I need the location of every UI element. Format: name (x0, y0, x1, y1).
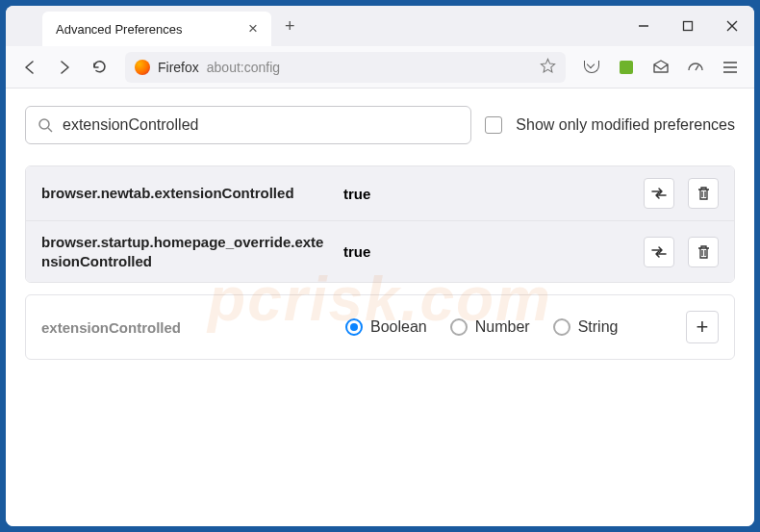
titlebar: Advanced Preferences × + (6, 6, 754, 46)
search-row: Show only modified preferences (25, 106, 735, 144)
results-list: browser.newtab.extensionControlled true … (25, 165, 735, 283)
back-button[interactable] (13, 52, 46, 83)
svg-point-8 (39, 119, 49, 129)
url-path: about:config (207, 60, 280, 75)
add-pref-row: extensionControlled Boolean Number Strin… (25, 294, 735, 360)
delete-button[interactable] (688, 237, 719, 267)
pref-name: browser.startup.homepage_override.extens… (41, 233, 330, 270)
browser-window: Advanced Preferences × + Firefox about:c… (6, 6, 754, 526)
address-bar[interactable]: Firefox about:config (125, 52, 566, 83)
search-box[interactable] (25, 106, 471, 144)
modified-only-label: Show only modified preferences (516, 116, 735, 134)
pref-row: browser.startup.homepage_override.extens… (26, 220, 734, 282)
pref-value: true (343, 186, 630, 202)
radio-boolean[interactable]: Boolean (345, 318, 427, 336)
pref-row: browser.newtab.extensionControlled true (26, 166, 734, 220)
extension-icon[interactable] (610, 52, 643, 83)
pocket-icon[interactable] (575, 52, 608, 83)
close-window-button[interactable] (710, 6, 754, 46)
browser-tab[interactable]: Advanced Preferences × (42, 12, 271, 46)
radio-icon (450, 318, 468, 336)
toggle-button[interactable] (644, 178, 674, 209)
svg-line-9 (48, 128, 52, 132)
page-content: pcrisk.com Show only modified preference… (6, 89, 754, 526)
window-controls (621, 6, 754, 46)
radio-icon (553, 318, 570, 336)
svg-line-4 (696, 65, 698, 70)
tab-title: Advanced Preferences (56, 22, 183, 37)
toggle-button[interactable] (644, 237, 674, 267)
search-icon (38, 117, 53, 133)
radio-label: String (578, 318, 619, 336)
bookmark-star-icon[interactable] (540, 58, 556, 77)
close-tab-icon[interactable]: × (248, 19, 258, 38)
inbox-icon[interactable] (645, 52, 677, 83)
svg-rect-1 (684, 22, 693, 31)
radio-label: Boolean (370, 318, 427, 336)
toolbar: Firefox about:config (6, 46, 754, 89)
radio-number[interactable]: Number (450, 318, 530, 336)
delete-button[interactable] (688, 178, 719, 209)
radio-icon (345, 318, 363, 336)
menu-button[interactable] (714, 52, 747, 83)
radio-string[interactable]: String (553, 318, 619, 336)
forward-button[interactable] (48, 52, 81, 83)
dashboard-icon[interactable] (679, 52, 712, 83)
reload-button[interactable] (83, 52, 115, 83)
pref-name: browser.newtab.extensionControlled (41, 184, 330, 203)
type-radio-group: Boolean Number String (345, 318, 671, 336)
maximize-button[interactable] (666, 6, 710, 46)
modified-only-checkbox[interactable] (485, 116, 502, 134)
url-identity: Firefox (158, 60, 199, 75)
pref-value: true (343, 243, 630, 260)
radio-label: Number (475, 318, 530, 336)
new-tab-button[interactable]: + (285, 16, 295, 37)
minimize-button[interactable] (621, 6, 666, 46)
firefox-icon (135, 60, 150, 75)
search-input[interactable] (63, 116, 459, 134)
add-pref-button[interactable]: + (686, 311, 719, 343)
add-pref-name: extensionControlled (41, 319, 330, 336)
